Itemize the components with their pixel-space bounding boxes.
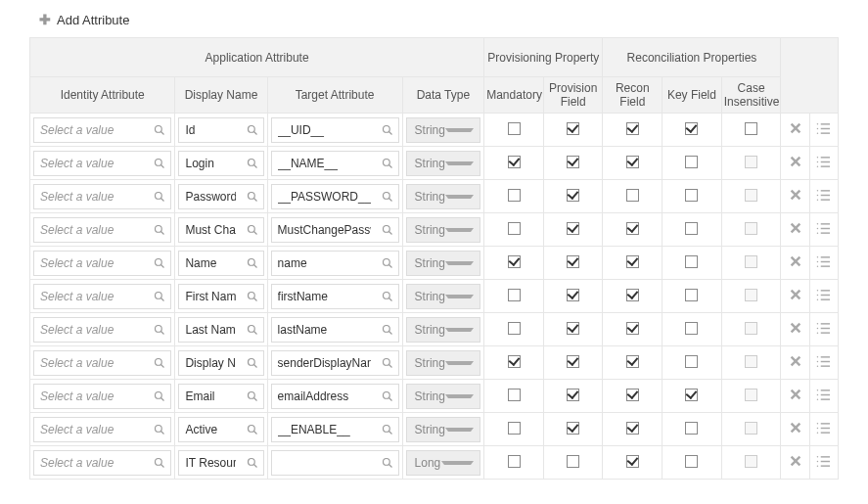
mandatory-checkbox[interactable]: [508, 156, 521, 168]
search-icon[interactable]: [242, 224, 263, 236]
data-type-select[interactable]: String: [406, 117, 481, 143]
delete-row-button[interactable]: [789, 388, 802, 401]
delete-row-button[interactable]: [789, 188, 802, 202]
provision-field-checkbox[interactable]: [567, 322, 579, 335]
identity-attribute-lookup[interactable]: [33, 284, 171, 309]
display-name-lookup[interactable]: [178, 217, 263, 243]
identity-attribute-input[interactable]: [34, 223, 149, 237]
search-icon[interactable]: [149, 457, 170, 469]
search-icon[interactable]: [149, 124, 170, 136]
provision-field-checkbox[interactable]: [567, 122, 579, 135]
target-attribute-input[interactable]: [272, 389, 377, 403]
target-attribute-input[interactable]: [272, 456, 377, 470]
mandatory-checkbox[interactable]: [508, 455, 521, 468]
data-type-select[interactable]: String: [406, 350, 481, 376]
search-icon[interactable]: [149, 291, 170, 302]
data-type-select[interactable]: String: [406, 184, 481, 209]
delete-row-button[interactable]: [789, 288, 802, 301]
target-attribute-lookup[interactable]: [271, 417, 399, 442]
key-field-checkbox[interactable]: [685, 156, 698, 168]
display-name-lookup[interactable]: [178, 350, 263, 376]
key-field-checkbox[interactable]: [685, 355, 698, 368]
display-name-lookup[interactable]: [178, 317, 263, 343]
identity-attribute-lookup[interactable]: [33, 384, 171, 409]
row-menu-button[interactable]: [816, 355, 831, 368]
identity-attribute-input[interactable]: [34, 157, 149, 170]
search-icon[interactable]: [149, 191, 170, 203]
target-attribute-input[interactable]: [272, 256, 377, 270]
search-icon[interactable]: [242, 457, 263, 469]
target-attribute-input[interactable]: [272, 356, 377, 370]
search-icon[interactable]: [149, 390, 170, 402]
search-icon[interactable]: [242, 158, 263, 169]
display-name-lookup[interactable]: [178, 251, 263, 276]
display-name-input[interactable]: [179, 423, 241, 436]
identity-attribute-lookup[interactable]: [33, 117, 171, 143]
identity-attribute-lookup[interactable]: [33, 184, 171, 209]
mandatory-checkbox[interactable]: [508, 422, 521, 435]
data-type-select[interactable]: String: [406, 251, 481, 276]
delete-row-button[interactable]: [789, 421, 802, 435]
mandatory-checkbox[interactable]: [508, 222, 521, 235]
identity-attribute-lookup[interactable]: [33, 417, 171, 442]
search-icon[interactable]: [242, 257, 263, 269]
key-field-checkbox[interactable]: [685, 322, 698, 335]
data-type-select[interactable]: String: [406, 417, 481, 442]
recon-field-checkbox[interactable]: [626, 455, 639, 468]
delete-row-button[interactable]: [789, 155, 802, 168]
row-menu-button[interactable]: [816, 322, 831, 335]
search-icon[interactable]: [377, 390, 398, 402]
target-attribute-input[interactable]: [272, 223, 377, 237]
data-type-select[interactable]: String: [406, 284, 481, 309]
search-icon[interactable]: [377, 457, 398, 469]
row-menu-button[interactable]: [816, 255, 831, 268]
recon-field-checkbox[interactable]: [626, 222, 639, 235]
row-menu-button[interactable]: [816, 455, 831, 468]
provision-field-checkbox[interactable]: [567, 189, 579, 202]
target-attribute-lookup[interactable]: [271, 284, 399, 309]
identity-attribute-input[interactable]: [34, 456, 149, 470]
identity-attribute-lookup[interactable]: [33, 317, 171, 343]
recon-field-checkbox[interactable]: [626, 156, 639, 168]
search-icon[interactable]: [377, 158, 398, 169]
key-field-checkbox[interactable]: [685, 255, 698, 268]
identity-attribute-input[interactable]: [34, 190, 149, 204]
target-attribute-lookup[interactable]: [271, 117, 399, 143]
recon-field-checkbox[interactable]: [626, 189, 639, 202]
display-name-lookup[interactable]: [178, 417, 263, 442]
key-field-checkbox[interactable]: [685, 222, 698, 235]
display-name-input[interactable]: [179, 157, 241, 170]
row-menu-button[interactable]: [816, 389, 831, 401]
search-icon[interactable]: [377, 291, 398, 302]
key-field-checkbox[interactable]: [685, 122, 698, 135]
search-icon[interactable]: [149, 424, 170, 435]
mandatory-checkbox[interactable]: [508, 355, 521, 368]
mandatory-checkbox[interactable]: [508, 389, 521, 401]
recon-field-checkbox[interactable]: [626, 255, 639, 268]
display-name-input[interactable]: [179, 123, 241, 137]
target-attribute-input[interactable]: [272, 190, 377, 204]
search-icon[interactable]: [242, 324, 263, 336]
display-name-input[interactable]: [179, 389, 241, 403]
display-name-lookup[interactable]: [178, 184, 263, 209]
target-attribute-input[interactable]: [272, 290, 377, 303]
display-name-input[interactable]: [179, 256, 241, 270]
display-name-lookup[interactable]: [178, 384, 263, 409]
display-name-input[interactable]: [179, 323, 241, 337]
data-type-select[interactable]: Long: [406, 450, 481, 476]
identity-attribute-input[interactable]: [34, 123, 149, 137]
provision-field-checkbox[interactable]: [567, 355, 579, 368]
display-name-input[interactable]: [179, 290, 241, 303]
target-attribute-input[interactable]: [272, 323, 377, 337]
identity-attribute-lookup[interactable]: [33, 151, 171, 176]
identity-attribute-input[interactable]: [34, 389, 149, 403]
key-field-checkbox[interactable]: [685, 455, 698, 468]
search-icon[interactable]: [377, 224, 398, 236]
search-icon[interactable]: [377, 191, 398, 203]
mandatory-checkbox[interactable]: [508, 189, 521, 202]
search-icon[interactable]: [377, 357, 398, 369]
mandatory-checkbox[interactable]: [508, 122, 521, 135]
row-menu-button[interactable]: [816, 222, 831, 235]
target-attribute-lookup[interactable]: [271, 450, 399, 476]
search-icon[interactable]: [149, 257, 170, 269]
